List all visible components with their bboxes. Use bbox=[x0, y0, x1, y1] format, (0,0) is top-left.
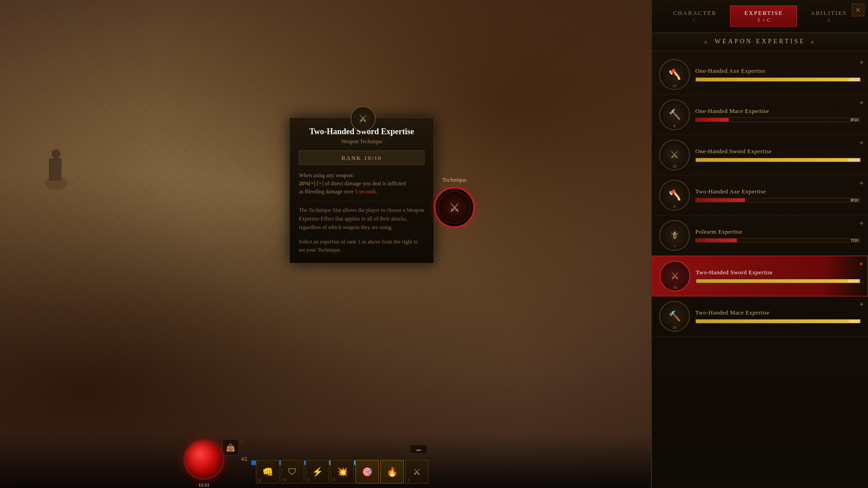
progress-fill-two-handed-sword bbox=[696, 279, 860, 283]
right-panel: CHARACTER C EXPERTISE ⇧ + C ABILITIES A … bbox=[651, 0, 868, 488]
progress-fill-one-handed-mace bbox=[696, 118, 729, 122]
top-nav: CHARACTER C EXPERTISE ⇧ + C ABILITIES A … bbox=[652, 0, 868, 33]
tooltip-instruction: Select an expertise of rank 1 or above f… bbox=[299, 238, 425, 254]
action-slot-r[interactable]: 💥 R bbox=[330, 460, 354, 483]
progress-text-two-handed-mace: 10/10 bbox=[848, 319, 859, 324]
effect-seconds: 5 seconds. bbox=[355, 188, 377, 195]
action-slot-t[interactable]: ⚔ T bbox=[405, 460, 429, 483]
technique-circle[interactable]: ⚔ bbox=[434, 187, 475, 228]
panel-title: WEAPON EXPERTISE bbox=[652, 33, 868, 51]
abilities-tab-label: ABILITIES bbox=[811, 9, 847, 17]
progress-fill-two-handed-mace bbox=[696, 319, 860, 323]
expertise-one-handed-sword[interactable]: ⚔ 10 One-Handed Sword Expertise 10/10 ✦ bbox=[652, 135, 868, 175]
rank-icon-one-handed-axe: ✦ bbox=[859, 58, 864, 67]
progress-bar-one-handed-sword: 10/10 bbox=[695, 158, 861, 162]
expertise-two-handed-sword[interactable]: ⚔ 10 Two-Handed Sword Expertise 10/10 ✦ bbox=[652, 256, 868, 296]
weapon-icon-two-handed-mace: 🔨 10 bbox=[659, 301, 690, 332]
tooltip-description: The Technique Slot allows the player to … bbox=[299, 201, 425, 232]
progress-text-one-handed-mace: 8/10 bbox=[850, 117, 859, 122]
action-slot-extra2[interactable]: 🔥 bbox=[380, 460, 404, 483]
bottom-hud: 👜 1 11/11 65 👊 Q 🛡 W ⚡ E 💥 R bbox=[0, 434, 651, 488]
expertise-polearm[interactable]: 🗡 7 Polearm Expertise 7/10 ✦ bbox=[652, 216, 868, 256]
character-tab-label: CHARACTER bbox=[673, 9, 717, 17]
expertise-info-one-handed-axe: One-Handed Axe Expertise 10/10 bbox=[695, 67, 861, 82]
progress-fill-one-handed-axe bbox=[696, 78, 860, 81]
action-slot-w[interactable]: 🛡 W bbox=[281, 460, 304, 483]
tooltip-rank-bar: RANK 10/10 bbox=[299, 150, 425, 165]
level-display: 65 bbox=[241, 455, 247, 463]
close-button[interactable]: ✕ bbox=[852, 4, 864, 16]
rank-icon-two-handed-sword: ✦ bbox=[858, 260, 864, 268]
expertise-name-two-handed-sword: Two-Handed Sword Expertise bbox=[696, 269, 860, 276]
expertise-name-one-handed-mace: One-Handed Mace Expertise bbox=[695, 108, 861, 115]
progress-bar-two-handed-sword: 10/10 bbox=[696, 279, 860, 283]
tooltip-popup: Two-Handed Sword Expertise Weapon Techni… bbox=[289, 117, 434, 263]
expertise-info-one-handed-mace: One-Handed Mace Expertise 8/10 bbox=[695, 108, 861, 122]
weapon-icon-polearm: 🗡 7 bbox=[659, 220, 690, 251]
expertise-one-handed-mace[interactable]: 🔨 8 One-Handed Mace Expertise 8/10 ✦ bbox=[652, 95, 868, 135]
weapon-icon-one-handed-axe: 🪓 10 bbox=[659, 59, 690, 90]
action-slot-e[interactable]: ⚡ E bbox=[306, 460, 329, 483]
abilities-tab-key: A bbox=[827, 18, 830, 23]
expertise-two-handed-mace[interactable]: 🔨 10 Two-Handed Mace Expertise 10/10 ✦ bbox=[652, 296, 868, 337]
tab-abilities[interactable]: ABILITIES A bbox=[797, 6, 860, 26]
technique-icon: ⚔ bbox=[449, 200, 460, 215]
action-slot-extra1[interactable]: 🎯 bbox=[355, 460, 379, 483]
char-shield bbox=[45, 176, 67, 190]
level-badge-two-handed-sword: 10 bbox=[673, 285, 677, 290]
minimap-icon: ▬ bbox=[416, 447, 421, 452]
effect-line1: When using any weapon: bbox=[299, 172, 354, 178]
progress-bar-one-handed-mace: 8/10 bbox=[695, 117, 861, 122]
action-slot-q[interactable]: 👊 Q bbox=[256, 460, 279, 483]
effect-line2: as Bleeding damage over bbox=[299, 188, 354, 195]
rank-icon-two-handed-mace: ✦ bbox=[859, 300, 864, 309]
level-badge-one-handed-sword: 10 bbox=[673, 164, 677, 169]
panel-title-text: WEAPON EXPERTISE bbox=[715, 38, 805, 45]
expertise-info-two-handed-mace: Two-Handed Mace Expertise 10/10 bbox=[695, 309, 861, 324]
expertise-tab-key: ⇧ + C bbox=[757, 18, 770, 23]
progress-fill-polearm bbox=[696, 239, 737, 242]
expertise-list: 🪓 10 One-Handed Axe Expertise 10/10 ✦ 🔨 … bbox=[652, 51, 868, 340]
expertise-tab-label: EXPERTISE bbox=[744, 9, 783, 17]
minimap-button[interactable]: ▬ bbox=[410, 445, 428, 454]
rank-icon-two-handed-axe: ✦ bbox=[859, 179, 864, 188]
expertise-info-two-handed-axe: Two-Handed Axe Expertise 8/10 bbox=[695, 188, 861, 202]
weapon-icon-two-handed-sword: ⚔ 10 bbox=[660, 261, 690, 291]
level-badge-polearm: 7 bbox=[674, 244, 676, 249]
health-text: 11/11 bbox=[198, 482, 209, 488]
progress-bar-polearm: 7/10 bbox=[695, 238, 861, 243]
expertise-name-two-handed-mace: Two-Handed Mace Expertise bbox=[695, 309, 861, 316]
progress-text-two-handed-sword: 10/10 bbox=[848, 279, 858, 283]
tooltip-weapon-icon: ⚔ bbox=[350, 106, 376, 131]
effect-plus: [+] bbox=[309, 180, 316, 187]
level-badge-two-handed-axe: 8 bbox=[674, 204, 676, 209]
character-tab-key: C bbox=[693, 18, 697, 23]
expertise-name-one-handed-axe: One-Handed Axe Expertise bbox=[695, 67, 861, 75]
tooltip-subtitle: Weapon Technique bbox=[299, 138, 425, 145]
progress-bar-one-handed-axe: 10/10 bbox=[695, 77, 861, 82]
weapon-icon-one-handed-mace: 🔨 8 bbox=[659, 99, 690, 130]
progress-text-one-handed-sword: 10/10 bbox=[848, 158, 859, 162]
technique-label: Technique bbox=[434, 176, 475, 183]
tooltip-rank-text: RANK 10/10 bbox=[341, 155, 382, 161]
expertise-info-one-handed-sword: One-Handed Sword Expertise 10/10 bbox=[695, 148, 861, 162]
progress-bar-two-handed-mace: 10/10 bbox=[695, 319, 861, 324]
expertise-info-two-handed-sword: Two-Handed Sword Expertise 10/10 bbox=[696, 269, 860, 283]
progress-fill-two-handed-axe bbox=[696, 198, 745, 202]
bag-key-label: 1 bbox=[241, 439, 243, 444]
level-badge-two-handed-mace: 10 bbox=[673, 325, 677, 330]
level-badge-one-handed-mace: 8 bbox=[674, 124, 676, 128]
expertise-one-handed-axe[interactable]: 🪓 10 One-Handed Axe Expertise 10/10 ✦ bbox=[652, 55, 868, 95]
weapon-icon-one-handed-sword: ⚔ 10 bbox=[659, 140, 690, 170]
expertise-two-handed-axe[interactable]: 🪓 8 Two-Handed Axe Expertise 8/10 ✦ bbox=[652, 175, 868, 216]
tab-character[interactable]: CHARACTER C bbox=[660, 6, 731, 26]
effect-suffix: [+] of direct damage you deal is inflict… bbox=[317, 180, 406, 187]
weapon-icon-two-handed-axe: 🪓 8 bbox=[659, 180, 690, 211]
tooltip-effect: When using any weapon: 20%[+] [+] of dir… bbox=[299, 171, 425, 196]
tab-expertise[interactable]: EXPERTISE ⇧ + C bbox=[730, 5, 797, 27]
level-badge-one-handed-axe: 10 bbox=[673, 84, 677, 88]
expertise-name-one-handed-sword: One-Handed Sword Expertise bbox=[695, 148, 861, 155]
progress-bar-two-handed-axe: 8/10 bbox=[695, 198, 861, 202]
health-orb: 11/11 bbox=[184, 439, 224, 480]
expertise-name-two-handed-axe: Two-Handed Axe Expertise bbox=[695, 188, 861, 195]
